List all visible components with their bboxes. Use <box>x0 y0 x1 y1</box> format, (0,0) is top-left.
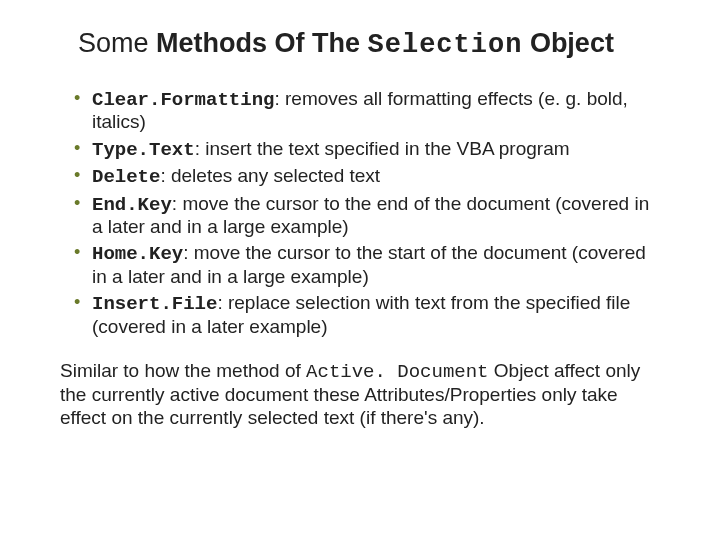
footer-pre: Similar to how the method of <box>60 360 306 381</box>
slide: Some Methods Of The Selection Object Cle… <box>0 0 720 459</box>
page-title: Some Methods Of The Selection Object <box>60 28 670 60</box>
footer-paragraph: Similar to how the method of Active. Doc… <box>60 360 670 429</box>
title-mid: Methods Of The <box>156 28 368 58</box>
method-name: Insert.File <box>92 293 217 315</box>
title-post: Object <box>522 28 614 58</box>
list-item: End.Key: move the cursor to the end of t… <box>70 193 664 239</box>
title-code: Selection <box>368 30 523 60</box>
method-desc: : insert the text specified in the VBA p… <box>195 138 570 159</box>
method-name: Home.Key <box>92 243 183 265</box>
method-name: End.Key <box>92 194 172 216</box>
title-pre: Some <box>78 28 156 58</box>
method-desc: : move the cursor to the end of the docu… <box>92 193 649 237</box>
method-name: Delete <box>92 166 160 188</box>
method-name: Type.Text <box>92 139 195 161</box>
list-item: Insert.File: replace selection with text… <box>70 292 664 338</box>
list-item: Delete: deletes any selected text <box>70 165 664 188</box>
methods-list: Clear.Formatting: removes all formatting… <box>60 88 670 338</box>
list-item: Home.Key: move the cursor to the start o… <box>70 242 664 288</box>
list-item: Type.Text: insert the text specified in … <box>70 138 664 161</box>
list-item: Clear.Formatting: removes all formatting… <box>70 88 664 134</box>
footer-code: Active. Document <box>306 361 488 383</box>
method-name: Clear.Formatting <box>92 89 274 111</box>
method-desc: : deletes any selected text <box>160 165 380 186</box>
